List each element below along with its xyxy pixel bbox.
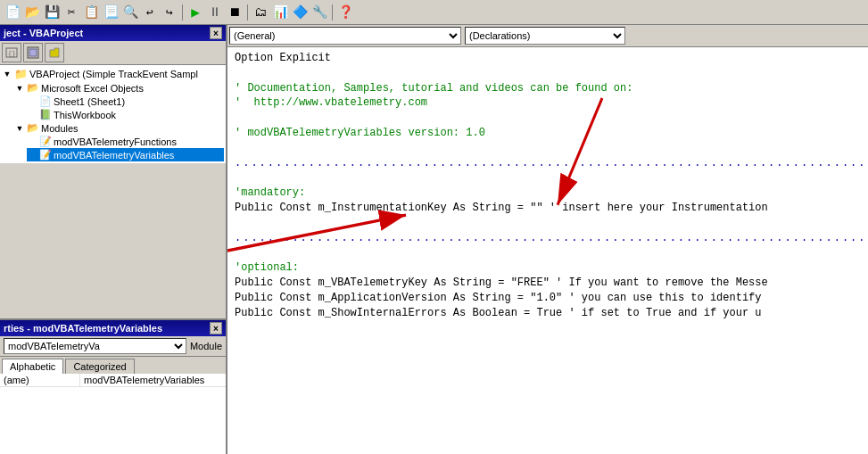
excel-objects-label: Microsoft Excel Objects xyxy=(41,83,144,94)
modfunctions-icon: 📝 xyxy=(39,136,52,147)
arrow-vbaproject: ▼ xyxy=(2,69,12,79)
prop-name-label: (ame) xyxy=(0,374,80,386)
copy-icon[interactable]: 📋 xyxy=(82,4,100,21)
code-object-dropdown[interactable]: (General) xyxy=(229,27,461,45)
vbaproject-icon: 📁 xyxy=(14,68,28,80)
code-line-7: ........................................… xyxy=(235,156,861,171)
excel-objects-icon: 📂 xyxy=(27,82,39,94)
code-line-5: ' modVBATelemetryVariables version: 1.0 xyxy=(235,126,861,141)
project-explorer: ject - VBAProject × {} xyxy=(0,25,226,320)
svg-text:{}: {} xyxy=(8,50,15,57)
code-line-16: Public Const m_ApplicationVersion As Str… xyxy=(235,291,861,306)
tree-item-sheet1[interactable]: ▶ 📄 Sheet1 (Sheet1) xyxy=(27,95,224,108)
code-line-3: ' http://www.vbatelemetry.com xyxy=(235,95,861,111)
code-editor[interactable]: Option Explicit ' Documentation, Samples… xyxy=(227,47,868,454)
project-tree: ▼ 📁 VBAProject (Simple TrackEvent Sampl … xyxy=(0,65,226,163)
code-line-11 xyxy=(235,216,861,231)
properties-object-type: Module xyxy=(190,341,222,351)
tree-item-excel-objects[interactable]: ▼ 📂 Microsoft Excel Objects xyxy=(14,81,224,95)
modules-icon: 📂 xyxy=(27,122,39,134)
sheet1-label: Sheet1 (Sheet1) xyxy=(54,96,125,107)
code-line-9: 'mandatory: xyxy=(235,186,861,201)
project-explorer-titlebar: ject - VBAProject × xyxy=(0,25,226,41)
code-line-14: 'optional: xyxy=(235,260,861,276)
tree-item-modfunctions[interactable]: ▶ 📝 modVBATelemetryFunctions xyxy=(27,135,224,148)
undo-icon[interactable]: ↩ xyxy=(141,4,159,21)
properties-icon[interactable]: 📊 xyxy=(271,4,289,21)
properties-tabs: Alphabetic Categorized xyxy=(0,357,226,374)
prop-row-name: (ame) modVBATelemetryVariables xyxy=(0,374,226,387)
vbaproject-label: VBAProject (Simple TrackEvent Sampl xyxy=(29,69,198,79)
properties-title: rties - modVBATelemetryVariables xyxy=(4,323,162,334)
tree-item-vbaproject[interactable]: ▼ 📁 VBAProject (Simple TrackEvent Sampl xyxy=(2,67,224,81)
pause-icon[interactable]: ⏸ xyxy=(206,4,224,21)
properties-titlebar: rties - modVBATelemetryVariables × xyxy=(0,320,226,336)
code-panel: (General) (Declarations) xyxy=(227,25,868,454)
view-code-btn[interactable]: {} xyxy=(2,43,21,62)
projectexplorer-icon[interactable]: 🗂 xyxy=(252,4,269,21)
tab-alphabetic[interactable]: Alphabetic xyxy=(2,359,63,374)
code-line-13 xyxy=(235,245,861,260)
help-icon[interactable]: ❓ xyxy=(336,4,354,21)
paste-icon[interactable]: 📃 xyxy=(102,4,120,21)
code-line-0: Option Explicit xyxy=(235,51,861,66)
arrow-modules: ▼ xyxy=(14,123,25,134)
toggle-folders-btn[interactable] xyxy=(45,43,64,62)
properties-panel: rties - modVBATelemetryVariables × modVB… xyxy=(0,320,226,454)
save-icon[interactable]: 💾 xyxy=(43,4,61,21)
code-line-10: Public Const m_InstrumentationKey As Str… xyxy=(235,201,861,216)
view-object-btn[interactable] xyxy=(23,43,43,62)
find-icon[interactable]: 🔍 xyxy=(121,4,139,21)
open-icon[interactable]: 📂 xyxy=(23,4,41,21)
code-proc-dropdown[interactable]: (Declarations) xyxy=(465,27,625,45)
new-icon[interactable]: 📄 xyxy=(4,4,21,21)
left-panel: ject - VBAProject × {} xyxy=(0,25,227,454)
sep1 xyxy=(182,4,183,21)
modvariables-label: modVBATelemetryVariables xyxy=(54,150,174,161)
thisworkbook-label: ThisWorkbook xyxy=(54,110,116,120)
modfunctions-label: modVBATelemetryFunctions xyxy=(54,136,177,147)
properties-close[interactable]: × xyxy=(210,322,222,334)
svg-rect-3 xyxy=(29,49,37,56)
code-line-1 xyxy=(235,66,861,81)
modules-label: Modules xyxy=(41,123,79,134)
main-toolbar: 📄 📂 💾 ✂ 📋 📃 🔍 ↩ ↪ ▶ ⏸ ⏹ 🗂 📊 🔷 🔧 ❓ xyxy=(0,0,868,25)
sheet1-icon: 📄 xyxy=(39,95,52,107)
arrow-excel-objects: ▼ xyxy=(14,83,25,94)
modvariables-icon: 📝 xyxy=(39,149,52,161)
sep2 xyxy=(247,4,248,21)
main-layout: ject - VBAProject × {} xyxy=(0,25,868,454)
code-line-6 xyxy=(235,141,861,156)
app-container: 📄 📂 💾 ✂ 📋 📃 🔍 ↩ ↪ ▶ ⏸ ⏹ 🗂 📊 🔷 🔧 ❓ ject -… xyxy=(0,0,868,454)
code-line-4 xyxy=(235,111,861,126)
toolbox-icon[interactable]: 🔧 xyxy=(310,4,328,21)
code-line-15: Public Const m_VBATelemetryKey As String… xyxy=(235,276,861,291)
run-icon[interactable]: ▶ xyxy=(186,4,204,21)
code-line-2: ' Documentation, Samples, tutorial and v… xyxy=(235,81,861,96)
objectbrowser-icon[interactable]: 🔷 xyxy=(291,4,309,21)
cut-icon[interactable]: ✂ xyxy=(62,4,80,21)
tree-item-modules[interactable]: ▼ 📂 Modules xyxy=(14,121,224,135)
code-line-17: Public Const m_ShowInternalErrors As Boo… xyxy=(235,306,861,321)
tab-categorized[interactable]: Categorized xyxy=(65,359,134,374)
project-explorer-title: ject - VBAProject xyxy=(4,28,83,38)
tree-item-thisworkbook[interactable]: ▶ 📗 ThisWorkbook xyxy=(27,108,224,121)
project-explorer-close[interactable]: × xyxy=(210,27,222,39)
prop-name-value: modVBATelemetryVariables xyxy=(80,374,208,386)
properties-object-dropdown[interactable]: modVBATelemetryVa xyxy=(4,338,186,354)
code-line-12: ........................................… xyxy=(235,231,861,246)
stop-icon[interactable]: ⏹ xyxy=(226,4,244,21)
redo-icon[interactable]: ↪ xyxy=(161,4,178,21)
explorer-toolbar: {} xyxy=(0,41,226,65)
sep3 xyxy=(332,4,333,21)
properties-header: modVBATelemetryVa Module xyxy=(0,336,226,357)
code-line-8 xyxy=(235,170,861,186)
properties-content: (ame) modVBATelemetryVariables xyxy=(0,374,226,454)
tree-item-modvariables[interactable]: ▶ 📝 modVBATelemetryVariables xyxy=(27,148,224,161)
thisworkbook-icon: 📗 xyxy=(39,109,52,120)
code-toolbar: (General) (Declarations) xyxy=(227,25,868,47)
